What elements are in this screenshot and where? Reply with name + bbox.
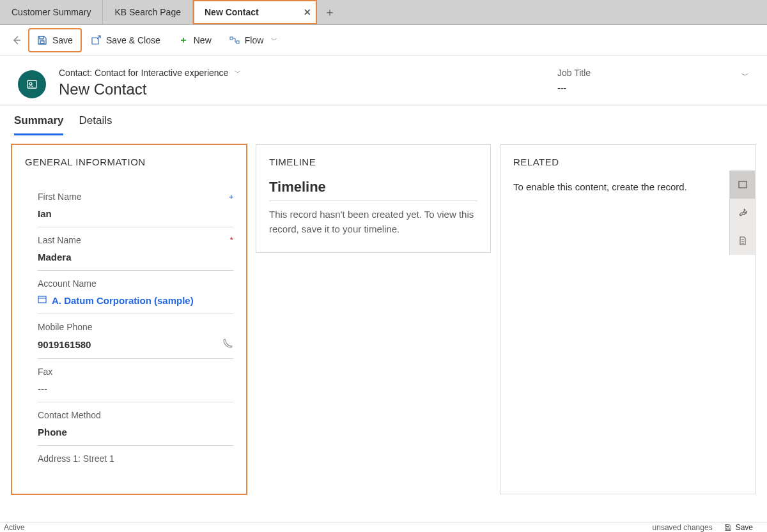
new-button[interactable]: ＋ New bbox=[171, 29, 219, 51]
avatar bbox=[18, 70, 46, 98]
timeline-title: Timeline bbox=[269, 179, 477, 201]
phone-icon[interactable] bbox=[223, 338, 233, 351]
form-name-label: Contact: Contact for Interactive experie… bbox=[59, 68, 228, 78]
svg-rect-4 bbox=[38, 296, 46, 303]
job-title-field[interactable]: Job Title --- bbox=[557, 68, 729, 93]
save-close-button[interactable]: Save & Close bbox=[83, 29, 168, 51]
section-general-information: GENERAL INFORMATION First Name + Ian Las… bbox=[12, 144, 247, 494]
content-shell: Contact: Contact for Interactive experie… bbox=[0, 56, 767, 522]
panel-templates-button[interactable] bbox=[730, 227, 755, 255]
tab-summary[interactable]: Summary bbox=[14, 112, 63, 135]
field-value: 9019161580 bbox=[38, 339, 91, 350]
flow-button[interactable]: Flow ﹀ bbox=[222, 29, 286, 51]
document-icon bbox=[738, 236, 748, 246]
field-label: Last Name bbox=[38, 235, 81, 245]
status-bar: Active unsaved changes Save bbox=[0, 522, 767, 532]
wrench-icon bbox=[738, 208, 748, 218]
tab-label: KB Search Page bbox=[114, 7, 181, 17]
svg-point-3 bbox=[29, 82, 32, 85]
unsaved-changes-indicator: unsaved changes bbox=[653, 523, 713, 532]
new-tab-button[interactable]: ＋ bbox=[317, 0, 343, 24]
new-label: New bbox=[194, 35, 212, 45]
chevron-down-icon[interactable]: ﹀ bbox=[741, 70, 749, 81]
contact-avatar-icon bbox=[26, 78, 38, 91]
arrow-left-icon bbox=[12, 35, 22, 45]
timeline-message: This record hasn't been created yet. To … bbox=[269, 208, 477, 236]
page-title: New Contact bbox=[59, 80, 557, 98]
field-value: Madera bbox=[38, 252, 233, 262]
form-body: GENERAL INFORMATION First Name + Ian Las… bbox=[0, 135, 767, 503]
field-value: --- bbox=[38, 383, 233, 394]
field-label: Address 1: Street 1 bbox=[38, 453, 114, 464]
job-title-label: Job Title bbox=[557, 68, 729, 78]
panel-settings-button[interactable] bbox=[730, 199, 755, 227]
field-label: Mobile Phone bbox=[38, 322, 93, 332]
flow-icon bbox=[229, 35, 240, 45]
save-icon bbox=[37, 35, 47, 45]
fax-field[interactable]: Fax --- bbox=[38, 359, 233, 402]
panel-assistant-button[interactable] bbox=[730, 171, 755, 199]
form-tabs: Summary Details bbox=[0, 105, 767, 135]
last-name-field[interactable]: Last Name * Madera bbox=[38, 227, 233, 271]
tab-customer-summary[interactable]: Customer Summary bbox=[0, 0, 103, 24]
contact-method-field[interactable]: Contact Method Phone bbox=[38, 402, 233, 446]
account-icon bbox=[38, 295, 47, 306]
chevron-down-icon: ﹀ bbox=[235, 68, 241, 77]
tab-label: Customer Summary bbox=[12, 7, 91, 17]
tab-details[interactable]: Details bbox=[79, 112, 112, 135]
save-close-label: Save & Close bbox=[106, 35, 160, 45]
form-selector[interactable]: Contact: Contact for Interactive experie… bbox=[59, 68, 557, 78]
svg-rect-1 bbox=[236, 41, 239, 43]
svg-rect-5 bbox=[739, 181, 747, 188]
panel-icon bbox=[738, 179, 748, 190]
tab-new-contact[interactable]: New Contact ✕ bbox=[193, 0, 317, 24]
close-icon[interactable]: ✕ bbox=[304, 7, 311, 17]
tab-strip: Customer Summary KB Search Page New Cont… bbox=[0, 0, 767, 25]
record-status: Active bbox=[4, 523, 25, 532]
field-label: Fax bbox=[38, 367, 52, 377]
svg-rect-0 bbox=[230, 37, 233, 40]
field-label: First Name bbox=[38, 192, 81, 202]
section-title: TIMELINE bbox=[269, 156, 477, 167]
field-label: Contact Method bbox=[38, 410, 101, 420]
field-value: Phone bbox=[38, 427, 233, 437]
save-close-icon bbox=[91, 35, 101, 45]
save-label: Save bbox=[52, 35, 73, 45]
section-title: GENERAL INFORMATION bbox=[12, 145, 246, 184]
plus-icon: ＋ bbox=[324, 4, 336, 20]
section-timeline: TIMELINE Timeline This record hasn't bee… bbox=[256, 144, 491, 253]
back-button[interactable] bbox=[6, 30, 27, 50]
footer-save-button[interactable]: Save bbox=[724, 523, 753, 532]
section-title: RELATED bbox=[513, 156, 742, 167]
related-side-rail bbox=[729, 171, 755, 255]
tab-label: New Contact bbox=[205, 7, 259, 17]
related-message: To enable this content, create the recor… bbox=[513, 181, 742, 192]
address1-street1-field[interactable]: Address 1: Street 1 bbox=[38, 446, 233, 471]
command-bar: Save Save & Close ＋ New Flow ﹀ bbox=[0, 25, 767, 56]
section-related: RELATED To enable this content, create t… bbox=[500, 144, 755, 494]
chevron-down-icon: ﹀ bbox=[271, 36, 277, 45]
footer-save-label: Save bbox=[736, 523, 753, 532]
field-label: Account Name bbox=[38, 278, 97, 289]
save-icon bbox=[724, 524, 732, 531]
recommended-indicator: + bbox=[229, 193, 233, 201]
required-indicator: * bbox=[230, 235, 233, 245]
mobile-phone-field[interactable]: Mobile Phone 9019161580 bbox=[38, 314, 233, 359]
account-name-field[interactable]: Account Name A. Datum Corporation (sampl… bbox=[38, 271, 233, 314]
field-value: Ian bbox=[38, 208, 233, 219]
flow-label: Flow bbox=[245, 35, 264, 45]
save-button[interactable]: Save bbox=[29, 29, 81, 51]
first-name-field[interactable]: First Name + Ian bbox=[38, 184, 233, 227]
job-title-value: --- bbox=[557, 83, 729, 93]
field-value: A. Datum Corporation (sample) bbox=[52, 295, 194, 306]
plus-icon: ＋ bbox=[178, 35, 189, 45]
record-header: Contact: Contact for Interactive experie… bbox=[0, 56, 767, 105]
tab-kb-search[interactable]: KB Search Page bbox=[103, 0, 193, 24]
